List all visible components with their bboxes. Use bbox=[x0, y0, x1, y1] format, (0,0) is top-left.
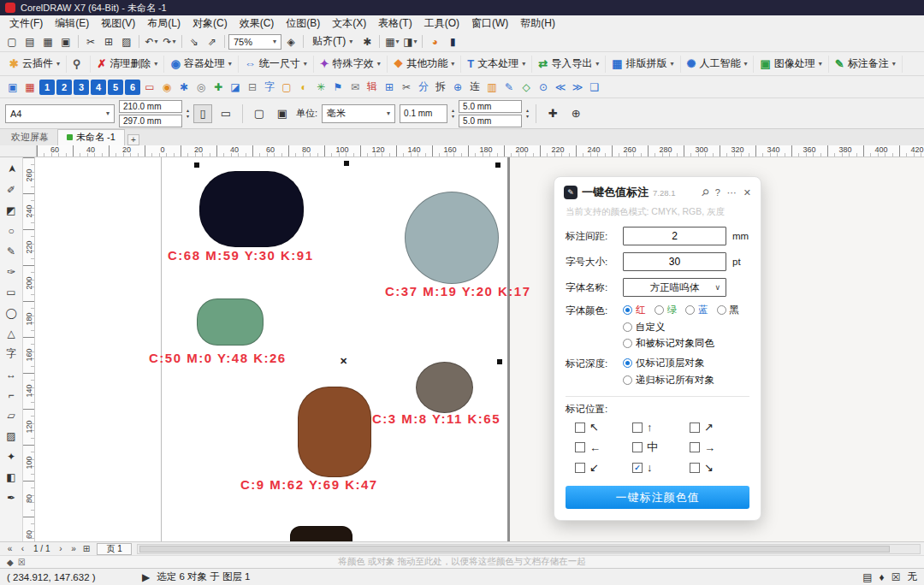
target-icon[interactable]: ◎ bbox=[193, 80, 209, 95]
position-option[interactable]: ✓ ← bbox=[575, 440, 625, 455]
flag-icon[interactable]: ⚑ bbox=[330, 80, 346, 95]
menu-item[interactable]: 工具(O) bbox=[418, 16, 465, 31]
print-button[interactable]: ▣ ▾ bbox=[57, 33, 74, 50]
menu-item[interactable]: 帮助(H) bbox=[514, 16, 561, 31]
new-button[interactable]: ▢ ▾ bbox=[3, 33, 21, 50]
radio-button[interactable] bbox=[685, 305, 695, 315]
import-button[interactable]: ⇘ ▾ bbox=[186, 33, 203, 50]
preset-3-button[interactable]: 3 bbox=[74, 80, 89, 95]
preset-1-button[interactable]: 1 bbox=[39, 80, 55, 95]
pick-tool[interactable]: ➤ bbox=[3, 160, 21, 178]
position-option[interactable]: ✓ ↑ bbox=[632, 421, 683, 434]
transparency-tool[interactable]: ▨ bbox=[3, 427, 21, 445]
redo-button[interactable]: ↷ ▾ bbox=[161, 33, 178, 50]
window-icon[interactable]: ❑ bbox=[587, 80, 602, 95]
checkbox[interactable]: ✓ bbox=[690, 463, 700, 473]
ellipse-tool[interactable]: ◯ bbox=[3, 304, 21, 322]
toolbar-button[interactable]: ▾ bbox=[224, 35, 225, 48]
next-page-button[interactable]: › bbox=[55, 544, 66, 553]
text-tool[interactable]: 字 bbox=[3, 345, 21, 363]
position-option[interactable]: ✓ ↖ bbox=[575, 421, 625, 434]
preset-6-button[interactable]: 6 bbox=[125, 80, 140, 95]
radio-button[interactable] bbox=[717, 305, 726, 315]
last-page-button[interactable]: » bbox=[68, 544, 79, 553]
menu-item[interactable]: 编辑(E) bbox=[49, 16, 95, 31]
fullscreen-preview-button[interactable]: ◈ ▾ bbox=[282, 33, 299, 50]
position-option[interactable]: ✓ ↗ bbox=[690, 421, 740, 434]
checkbox[interactable]: ✓ bbox=[632, 463, 643, 473]
gear-icon[interactable]: ✱ bbox=[176, 80, 192, 95]
swatch-icon[interactable]: ▦ bbox=[22, 80, 38, 95]
export-button[interactable]: ⇗ ▾ bbox=[204, 33, 221, 50]
snap-to-select[interactable]: 贴齐(T) ▾ bbox=[307, 34, 358, 49]
position-option[interactable]: ✓ ↓ bbox=[632, 461, 683, 474]
menu-item[interactable]: 表格(T) bbox=[372, 16, 418, 31]
step-up-icon[interactable]: ▴ bbox=[187, 108, 189, 114]
font-size-input[interactable] bbox=[623, 252, 726, 271]
edit-icon[interactable]: 辑 bbox=[364, 80, 380, 95]
menu-item[interactable]: 文本(X) bbox=[326, 16, 372, 31]
radio-button[interactable] bbox=[623, 339, 632, 348]
step-down-icon[interactable]: ▾ bbox=[187, 114, 189, 120]
rectangle-tool[interactable]: ▭ bbox=[3, 283, 21, 301]
checkbox[interactable]: ✓ bbox=[632, 422, 643, 433]
container-menu[interactable]: ◉ 容器处理 ▾ bbox=[164, 56, 238, 73]
import-export-menu[interactable]: ⇄ 导入导出 ▾ bbox=[532, 56, 606, 73]
cmyk-value-label[interactable]: C:50 M:0 Y:48 K:26 bbox=[149, 351, 287, 365]
menu-item[interactable]: 位图(B) bbox=[280, 16, 326, 31]
menu-item[interactable]: 文件(F) bbox=[3, 16, 49, 31]
crop-tool[interactable]: ◩ bbox=[3, 201, 21, 219]
forward-icon[interactable]: ≫ bbox=[570, 80, 585, 95]
menu-item[interactable]: 窗口(W) bbox=[465, 16, 514, 31]
color-eyedropper-tool[interactable]: ✦ bbox=[3, 447, 21, 465]
unify-size-menu[interactable]: ⇔ 统一尺寸 ▾ bbox=[239, 56, 314, 73]
fill-swatch[interactable]: ♦ bbox=[880, 571, 885, 583]
portrait-button[interactable]: ▯ bbox=[193, 104, 212, 123]
page-width-input[interactable]: 210.0 mm bbox=[119, 100, 182, 113]
crosshair-icon[interactable]: ✚ bbox=[543, 104, 562, 123]
checkbox[interactable]: ✓ bbox=[575, 442, 585, 452]
radio-button[interactable] bbox=[623, 322, 632, 332]
toolbar-button[interactable]: ▾ bbox=[379, 35, 380, 48]
ai-menu[interactable]: ✺ 人工智能 ▾ bbox=[681, 56, 755, 73]
shape-brown[interactable] bbox=[298, 387, 371, 477]
menu-item[interactable]: 布局(L) bbox=[141, 16, 187, 31]
horizontal-ruler[interactable]: 6040200204060801001201401601802002202402… bbox=[0, 145, 924, 157]
menu-item[interactable]: 视图(V) bbox=[95, 16, 141, 31]
duplicate-stepper[interactable]: ▴ ▾ bbox=[526, 108, 529, 120]
hints-book-icon[interactable]: ▮ ▾ bbox=[444, 33, 461, 50]
first-page-button[interactable]: « bbox=[4, 544, 15, 553]
radio-button[interactable] bbox=[623, 358, 632, 368]
shape-dark-navy[interactable] bbox=[199, 171, 304, 247]
checkbox[interactable]: ✓ bbox=[575, 422, 585, 433]
panel-icon[interactable]: ◪ bbox=[228, 80, 243, 95]
drop-shadow-tool[interactable]: ▱ bbox=[3, 406, 21, 424]
grid-icon[interactable]: ⊞ bbox=[382, 80, 397, 95]
page-height-input[interactable]: 297.0 mm bbox=[119, 115, 182, 127]
imposition-menu[interactable]: ▦ 排版拼版 ▾ bbox=[606, 56, 680, 73]
all-pages-button[interactable]: ▢ bbox=[250, 104, 269, 123]
scrollbar-thumb[interactable] bbox=[139, 546, 891, 552]
freehand-tool[interactable]: ✎ bbox=[3, 242, 21, 260]
shape-blue-gray-circle[interactable] bbox=[405, 192, 499, 284]
artistic-media-tool[interactable]: ✑ bbox=[3, 263, 21, 281]
play-icon[interactable]: ▶ bbox=[142, 571, 150, 583]
preset-2-button[interactable]: 2 bbox=[56, 80, 72, 95]
horizontal-ruler-track[interactable]: 6040200204060801001201401601802002202402… bbox=[37, 145, 924, 157]
add-page-button[interactable]: ⊞ bbox=[80, 544, 92, 553]
outline-swatch[interactable]: ☒ bbox=[891, 571, 901, 583]
shape-gray-circle[interactable] bbox=[416, 362, 473, 413]
options-button[interactable]: ✱ ▾ bbox=[358, 33, 376, 50]
tab-document[interactable]: 未命名 -1 bbox=[57, 129, 125, 145]
duplicate-distance-y-input[interactable]: 5.0 mm bbox=[459, 115, 522, 127]
font-color-option[interactable]: 绿 bbox=[654, 304, 678, 316]
cmyk-value-label[interactable]: C:37 M:19 Y:20 K:17 bbox=[385, 284, 531, 298]
checkbox[interactable]: ✓ bbox=[632, 442, 643, 452]
zoom-tool[interactable]: ○ bbox=[3, 222, 21, 239]
minus-icon[interactable]: ⊟ bbox=[245, 80, 260, 95]
preset-4-button[interactable]: 4 bbox=[91, 80, 106, 95]
shape-tool[interactable]: ✐ bbox=[3, 180, 21, 198]
checkbox[interactable]: ✓ bbox=[575, 463, 585, 473]
menu-item[interactable]: 效果(C) bbox=[234, 16, 281, 31]
text-processing-menu[interactable]: T 文本处理 ▾ bbox=[461, 56, 532, 73]
